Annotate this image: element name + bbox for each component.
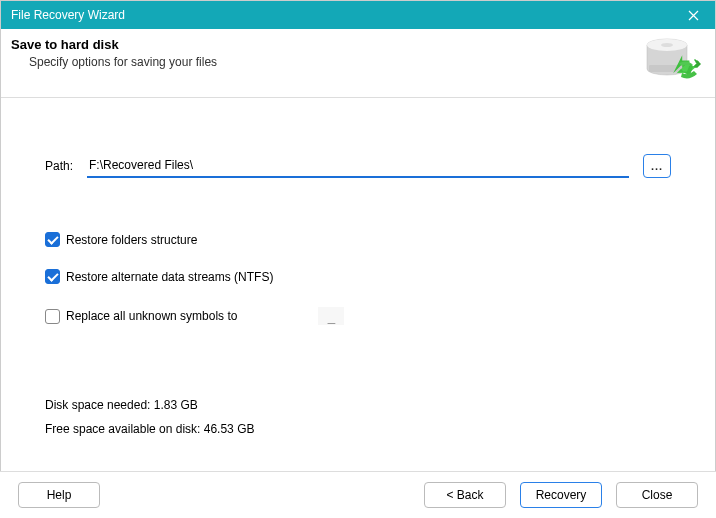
window-title: File Recovery Wizard: [11, 8, 671, 22]
path-row: Path: ...: [45, 154, 671, 178]
browse-button[interactable]: ...: [643, 154, 671, 178]
page-subtext: Specify options for saving your files: [11, 55, 645, 69]
option-restore-ads[interactable]: Restore alternate data streams (NTFS): [45, 269, 671, 284]
help-button[interactable]: Help: [18, 482, 100, 508]
checkbox-restore-folders[interactable]: [45, 232, 60, 247]
space-needed: Disk space needed: 1.83 GB: [45, 398, 671, 412]
option-restore-folders[interactable]: Restore folders structure: [45, 232, 671, 247]
option-label: Restore alternate data streams (NTFS): [66, 270, 273, 284]
checkbox-restore-ads[interactable]: [45, 269, 60, 284]
page-heading: Save to hard disk: [11, 37, 645, 52]
titlebar: File Recovery Wizard: [1, 1, 715, 29]
hard-disk-save-icon: [645, 37, 701, 83]
svg-point-2: [661, 43, 673, 47]
wizard-header: Save to hard disk Specify options for sa…: [1, 29, 715, 98]
wizard-footer: Help < Back Recovery Close: [0, 471, 716, 518]
wizard-content: Path: ... Restore folders structure Rest…: [1, 98, 715, 436]
disk-space-info: Disk space needed: 1.83 GB Free space av…: [45, 398, 671, 436]
option-replace-symbols[interactable]: Replace all unknown symbols to: [45, 306, 671, 326]
recovery-button[interactable]: Recovery: [520, 482, 602, 508]
option-label: Replace all unknown symbols to: [66, 309, 237, 323]
option-label: Restore folders structure: [66, 233, 197, 247]
close-button[interactable]: Close: [616, 482, 698, 508]
back-button[interactable]: < Back: [424, 482, 506, 508]
replace-symbol-input[interactable]: [317, 306, 345, 326]
checkbox-replace-symbols[interactable]: [45, 309, 60, 324]
path-label: Path:: [45, 159, 73, 173]
header-text: Save to hard disk Specify options for sa…: [11, 37, 645, 69]
svg-marker-4: [695, 60, 701, 68]
space-free: Free space available on disk: 46.53 GB: [45, 422, 671, 436]
path-input[interactable]: [87, 154, 629, 178]
close-icon[interactable]: [671, 1, 715, 29]
